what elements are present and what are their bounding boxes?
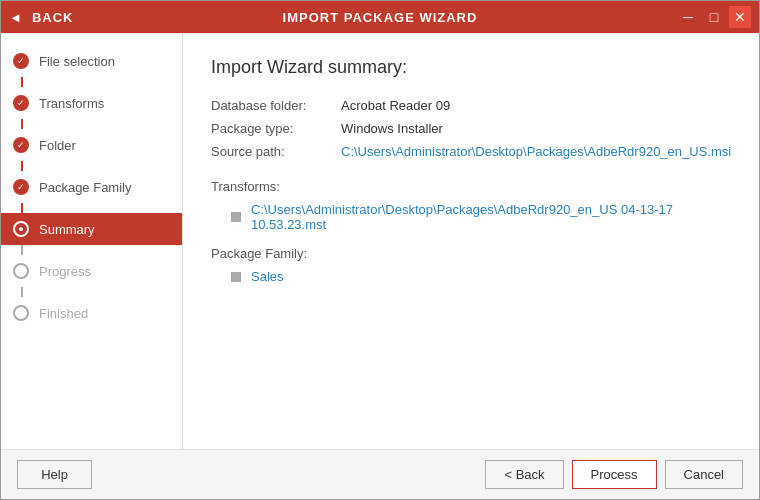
- connector-1: [21, 77, 23, 87]
- sidebar-item-finished[interactable]: Finished: [1, 297, 182, 329]
- package-family-text-0: Sales: [251, 269, 284, 284]
- footer-right: < Back Process Cancel: [485, 460, 743, 489]
- label-database: Database folder:: [211, 98, 341, 113]
- step-circle-summary: ●: [13, 221, 29, 237]
- sidebar-label-finished: Finished: [39, 306, 88, 321]
- close-button[interactable]: ✕: [729, 6, 751, 28]
- step-circle-package-family: ✓: [13, 179, 29, 195]
- sidebar-item-transforms[interactable]: ✓ Transforms: [1, 87, 182, 119]
- page-title: Import Wizard summary:: [211, 57, 731, 78]
- main-panel: Import Wizard summary: Database folder: …: [183, 33, 759, 449]
- restore-button[interactable]: □: [703, 6, 725, 28]
- info-table: Database folder: Acrobat Reader 09 Packa…: [211, 98, 731, 159]
- sidebar-label-summary: Summary: [39, 222, 95, 237]
- info-row-database: Database folder: Acrobat Reader 09: [211, 98, 731, 113]
- sidebar-item-folder[interactable]: ✓ Folder: [1, 129, 182, 161]
- window-controls: ─ □ ✕: [677, 6, 751, 28]
- sidebar-label-progress: Progress: [39, 264, 91, 279]
- info-row-package-type: Package type: Windows Installer: [211, 121, 731, 136]
- sidebar-label-file-selection: File selection: [39, 54, 115, 69]
- value-database: Acrobat Reader 09: [341, 98, 450, 113]
- back-footer-button[interactable]: < Back: [485, 460, 563, 489]
- titlebar: ◄ BACK IMPORT PACKAGE WIZARD ─ □ ✕: [1, 1, 759, 33]
- step-circle-file-selection: ✓: [13, 53, 29, 69]
- connector-3: [21, 161, 23, 171]
- connector-4: [21, 203, 23, 213]
- minimize-button[interactable]: ─: [677, 6, 699, 28]
- cancel-button[interactable]: Cancel: [665, 460, 743, 489]
- label-source-path: Source path:: [211, 144, 341, 159]
- main-window: ◄ BACK IMPORT PACKAGE WIZARD ─ □ ✕ ✓ Fil…: [0, 0, 760, 500]
- sidebar-label-package-family: Package Family: [39, 180, 131, 195]
- step-circle-finished: [13, 305, 29, 321]
- package-family-item-0: Sales: [231, 269, 731, 284]
- footer-left: Help: [17, 460, 92, 489]
- footer: Help < Back Process Cancel: [1, 449, 759, 499]
- transform-item-0: C:\Users\Administrator\Desktop\Packages\…: [231, 202, 731, 232]
- sidebar: ✓ File selection ✓ Transforms ✓ Folder ✓…: [1, 33, 183, 449]
- package-family-label: Package Family:: [211, 246, 731, 261]
- transform-text-0: C:\Users\Administrator\Desktop\Packages\…: [251, 202, 731, 232]
- sidebar-item-summary[interactable]: ● Summary: [1, 213, 182, 245]
- info-row-source-path: Source path: C:\Users\Administrator\Desk…: [211, 144, 731, 159]
- package-family-bullet-0: [231, 272, 241, 282]
- help-button[interactable]: Help: [17, 460, 92, 489]
- value-package-type: Windows Installer: [341, 121, 443, 136]
- sidebar-item-progress[interactable]: Progress: [1, 255, 182, 287]
- sidebar-label-transforms: Transforms: [39, 96, 104, 111]
- value-source-path: C:\Users\Administrator\Desktop\Packages\…: [341, 144, 731, 159]
- back-label: BACK: [32, 10, 74, 25]
- back-button[interactable]: ◄ BACK: [9, 10, 73, 25]
- process-button[interactable]: Process: [572, 460, 657, 489]
- label-package-type: Package type:: [211, 121, 341, 136]
- sidebar-item-package-family[interactable]: ✓ Package Family: [1, 171, 182, 203]
- connector-6: [21, 287, 23, 297]
- window-title: IMPORT PACKAGE WIZARD: [0, 10, 760, 25]
- transform-bullet-0: [231, 212, 241, 222]
- sidebar-item-file-selection[interactable]: ✓ File selection: [1, 45, 182, 77]
- connector-5: [21, 245, 23, 255]
- content-area: ✓ File selection ✓ Transforms ✓ Folder ✓…: [1, 33, 759, 449]
- connector-2: [21, 119, 23, 129]
- step-circle-folder: ✓: [13, 137, 29, 153]
- step-circle-progress: [13, 263, 29, 279]
- back-arrow-icon: ◄: [9, 10, 22, 25]
- sidebar-label-folder: Folder: [39, 138, 76, 153]
- transforms-label: Transforms:: [211, 179, 731, 194]
- step-circle-transforms: ✓: [13, 95, 29, 111]
